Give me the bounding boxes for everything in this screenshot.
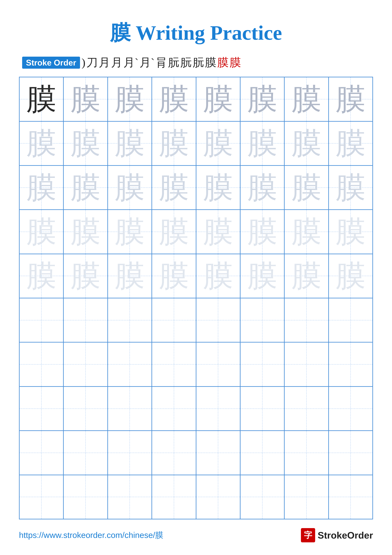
grid-cell-3-4: 膜 xyxy=(196,210,240,254)
grid-char-2-5: 膜 xyxy=(247,173,277,203)
grid-cell-7-3 xyxy=(152,387,196,431)
grid-row-9 xyxy=(19,475,373,519)
grid-char-1-5: 膜 xyxy=(247,128,277,158)
stroke-char-0: ) xyxy=(82,56,86,69)
grid-char-4-5: 膜 xyxy=(247,261,277,291)
footer-logo-char: 字 xyxy=(304,530,312,541)
grid-char-3-3: 膜 xyxy=(159,217,189,247)
footer-logo: 字 StrokeOrder xyxy=(301,528,373,542)
grid-char-1-0: 膜 xyxy=(26,128,57,158)
grid-cell-0-2: 膜 xyxy=(108,77,152,121)
grid-cell-6-2 xyxy=(108,342,152,386)
grid-cell-4-4: 膜 xyxy=(196,254,240,298)
grid-row-4: 膜膜膜膜膜膜膜膜 xyxy=(19,254,373,298)
grid-char-0-4: 膜 xyxy=(203,84,233,114)
grid-cell-2-0: 膜 xyxy=(19,166,64,210)
grid-cell-7-2 xyxy=(108,387,152,431)
grid-cell-0-4: 膜 xyxy=(196,77,240,121)
grid-cell-8-5 xyxy=(240,431,284,475)
grid-cell-2-3: 膜 xyxy=(152,166,196,210)
grid-cell-4-1: 膜 xyxy=(64,254,107,298)
grid-cell-2-1: 膜 xyxy=(64,166,107,210)
grid-cell-5-3 xyxy=(152,298,196,342)
grid-char-1-2: 膜 xyxy=(115,128,145,158)
page-title: 膜 Writing Practice xyxy=(110,19,282,47)
footer-logo-text: StrokeOrder xyxy=(318,530,373,541)
grid-cell-7-5 xyxy=(240,387,284,431)
stroke-char-10: 膜 xyxy=(205,56,216,69)
grid-char-0-5: 膜 xyxy=(247,84,277,114)
grid-char-3-7: 膜 xyxy=(335,217,366,247)
grid-char-2-1: 膜 xyxy=(71,173,100,203)
grid-cell-0-5: 膜 xyxy=(240,77,284,121)
grid-char-1-7: 膜 xyxy=(335,128,366,158)
grid-cell-0-3: 膜 xyxy=(152,77,196,121)
grid-cell-6-3 xyxy=(152,342,196,386)
grid-char-4-0: 膜 xyxy=(26,261,57,291)
grid-char-0-1: 膜 xyxy=(71,84,100,114)
grid-row-5 xyxy=(19,298,373,342)
grid-cell-2-2: 膜 xyxy=(108,166,152,210)
grid-char-0-0: 膜 xyxy=(26,84,57,114)
grid-cell-9-3 xyxy=(152,475,196,519)
grid-cell-6-4 xyxy=(196,342,240,386)
grid-cell-0-6: 膜 xyxy=(284,77,328,121)
stroke-order-badge: Stroke Order xyxy=(22,57,80,69)
grid-cell-1-3: 膜 xyxy=(152,121,196,166)
grid-char-2-4: 膜 xyxy=(203,173,233,203)
grid-cell-3-1: 膜 xyxy=(64,210,107,254)
grid-row-0: 膜膜膜膜膜膜膜膜 xyxy=(19,77,373,121)
grid-char-2-2: 膜 xyxy=(115,173,145,203)
stroke-char-11: 膜 xyxy=(217,56,229,69)
grid-cell-4-5: 膜 xyxy=(240,254,284,298)
grid-cell-3-2: 膜 xyxy=(108,210,152,254)
grid-cell-2-6: 膜 xyxy=(284,166,328,210)
grid-cell-9-0 xyxy=(19,475,64,519)
grid-char-3-2: 膜 xyxy=(115,217,145,247)
grid-cell-5-0 xyxy=(19,298,64,342)
grid-cell-4-3: 膜 xyxy=(152,254,196,298)
grid-cell-5-6 xyxy=(284,298,328,342)
grid-row-1: 膜膜膜膜膜膜膜膜 xyxy=(19,121,373,166)
grid-char-3-1: 膜 xyxy=(71,217,100,247)
grid-char-0-3: 膜 xyxy=(159,84,189,114)
stroke-char-5: 月` xyxy=(139,56,155,69)
grid-cell-3-5: 膜 xyxy=(240,210,284,254)
grid-char-4-6: 膜 xyxy=(292,261,321,291)
grid-cell-8-0 xyxy=(19,431,64,475)
grid-cell-0-0: 膜 xyxy=(19,77,64,121)
footer: https://www.strokeorder.com/chinese/膜 字 … xyxy=(19,528,373,542)
grid-cell-3-6: 膜 xyxy=(284,210,328,254)
stroke-char-9: 朊 xyxy=(192,56,204,69)
grid-cell-0-1: 膜 xyxy=(64,77,107,121)
grid-char-4-1: 膜 xyxy=(71,261,100,291)
grid-char-3-5: 膜 xyxy=(247,217,277,247)
grid-cell-4-6: 膜 xyxy=(284,254,328,298)
grid-char-4-3: 膜 xyxy=(159,261,189,291)
grid-cell-0-7: 膜 xyxy=(328,77,373,121)
grid-char-4-4: 膜 xyxy=(203,261,233,291)
grid-cell-1-1: 膜 xyxy=(64,121,107,166)
grid-cell-7-0 xyxy=(19,387,64,431)
page: 膜 Writing Practice Stroke Order )刀月月月`月`… xyxy=(0,0,392,555)
grid-char-1-1: 膜 xyxy=(71,128,100,158)
footer-url: https://www.strokeorder.com/chinese/膜 xyxy=(19,530,163,541)
grid-cell-1-7: 膜 xyxy=(328,121,373,166)
grid-cell-8-7 xyxy=(328,431,373,475)
footer-logo-icon: 字 xyxy=(301,528,315,542)
stroke-char-1: 刀 xyxy=(86,56,98,69)
grid-cell-6-5 xyxy=(240,342,284,386)
grid-cell-9-4 xyxy=(196,475,240,519)
grid-cell-2-7: 膜 xyxy=(328,166,373,210)
grid-cell-4-0: 膜 xyxy=(19,254,64,298)
grid-cell-8-3 xyxy=(152,431,196,475)
grid-cell-1-4: 膜 xyxy=(196,121,240,166)
grid-cell-1-5: 膜 xyxy=(240,121,284,166)
grid-cell-2-4: 膜 xyxy=(196,166,240,210)
grid-char-2-3: 膜 xyxy=(159,173,189,203)
stroke-char-4: 月` xyxy=(123,56,139,69)
grid-char-2-7: 膜 xyxy=(335,173,366,203)
stroke-char-2: 月 xyxy=(99,56,110,69)
stroke-char-6: 肙 xyxy=(156,56,167,69)
grid-cell-1-2: 膜 xyxy=(108,121,152,166)
